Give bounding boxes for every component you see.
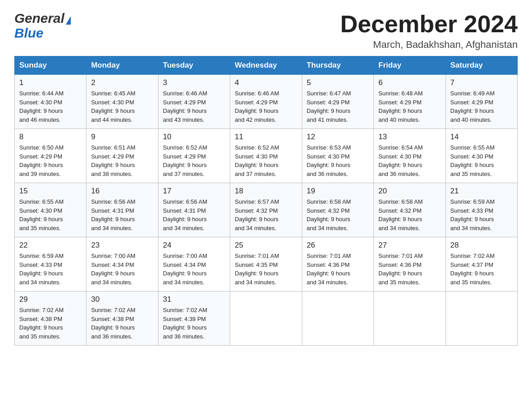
day-number: 6	[378, 78, 441, 87]
day-number: 7	[450, 78, 513, 87]
day-info: Sunrise: 7:01 AMSunset: 4:36 PMDaylight:…	[307, 252, 369, 287]
calendar-cell: 26Sunrise: 7:01 AMSunset: 4:36 PMDayligh…	[302, 237, 373, 291]
calendar-cell: 15Sunrise: 6:55 AMSunset: 4:30 PMDayligh…	[15, 183, 86, 237]
weekday-header-tuesday: Tuesday	[158, 56, 230, 75]
calendar-subtitle: March, Badakhshan, Afghanistan	[340, 39, 518, 51]
day-number: 14	[450, 133, 513, 141]
day-info: Sunrise: 6:57 AMSunset: 4:32 PMDaylight:…	[235, 197, 297, 232]
day-number: 27	[378, 241, 441, 250]
day-number: 2	[91, 78, 153, 87]
logo: General Blue	[14, 11, 71, 40]
calendar-week-5: 29Sunrise: 7:02 AMSunset: 4:38 PMDayligh…	[15, 291, 518, 346]
day-info: Sunrise: 6:48 AMSunset: 4:29 PMDaylight:…	[378, 89, 441, 124]
weekday-header-thursday: Thursday	[302, 56, 373, 75]
day-info: Sunrise: 6:50 AMSunset: 4:29 PMDaylight:…	[19, 143, 82, 178]
calendar-cell: 16Sunrise: 6:56 AMSunset: 4:31 PMDayligh…	[86, 183, 158, 237]
calendar-cell: 25Sunrise: 7:01 AMSunset: 4:35 PMDayligh…	[230, 237, 302, 291]
day-info: Sunrise: 7:00 AMSunset: 4:34 PMDaylight:…	[91, 252, 153, 287]
calendar-cell: 2Sunrise: 6:45 AMSunset: 4:30 PMDaylight…	[86, 75, 158, 129]
day-info: Sunrise: 7:00 AMSunset: 4:34 PMDaylight:…	[163, 252, 225, 287]
day-info: Sunrise: 6:56 AMSunset: 4:31 PMDaylight:…	[91, 197, 153, 232]
day-info: Sunrise: 6:59 AMSunset: 4:33 PMDaylight:…	[450, 197, 513, 232]
day-number: 17	[163, 187, 225, 196]
day-info: Sunrise: 6:46 AMSunset: 4:29 PMDaylight:…	[163, 89, 225, 124]
day-number: 18	[235, 187, 297, 196]
day-number: 29	[19, 295, 82, 304]
day-number: 9	[91, 133, 153, 141]
day-info: Sunrise: 6:52 AMSunset: 4:29 PMDaylight:…	[163, 143, 225, 178]
calendar-cell: 17Sunrise: 6:56 AMSunset: 4:31 PMDayligh…	[158, 183, 230, 237]
calendar-cell: 20Sunrise: 6:58 AMSunset: 4:32 PMDayligh…	[374, 183, 446, 237]
day-info: Sunrise: 6:56 AMSunset: 4:31 PMDaylight:…	[163, 197, 225, 232]
day-number: 5	[307, 78, 369, 87]
calendar-cell	[302, 291, 373, 346]
calendar-cell: 13Sunrise: 6:54 AMSunset: 4:30 PMDayligh…	[374, 129, 446, 183]
day-info: Sunrise: 6:53 AMSunset: 4:30 PMDaylight:…	[307, 143, 369, 178]
calendar-cell	[446, 291, 517, 346]
weekday-header-wednesday: Wednesday	[230, 56, 302, 75]
day-number: 19	[307, 187, 369, 196]
day-number: 10	[163, 133, 225, 141]
calendar-cell: 5Sunrise: 6:47 AMSunset: 4:29 PMDaylight…	[302, 75, 373, 129]
logo-block: General Blue	[14, 11, 71, 40]
calendar-cell: 18Sunrise: 6:57 AMSunset: 4:32 PMDayligh…	[230, 183, 302, 237]
day-info: Sunrise: 6:55 AMSunset: 4:30 PMDaylight:…	[19, 197, 82, 232]
logo-blue-text: Blue	[14, 26, 43, 40]
weekday-header-row: SundayMondayTuesdayWednesdayThursdayFrid…	[15, 56, 518, 75]
calendar-cell: 11Sunrise: 6:52 AMSunset: 4:30 PMDayligh…	[230, 129, 302, 183]
calendar-cell: 14Sunrise: 6:55 AMSunset: 4:30 PMDayligh…	[446, 129, 517, 183]
day-info: Sunrise: 6:55 AMSunset: 4:30 PMDaylight:…	[450, 143, 513, 178]
day-info: Sunrise: 6:51 AMSunset: 4:29 PMDaylight:…	[91, 143, 153, 178]
day-number: 4	[235, 78, 297, 87]
day-info: Sunrise: 6:52 AMSunset: 4:30 PMDaylight:…	[235, 143, 297, 178]
page-header: General Blue December 2024 March, Badakh…	[14, 11, 518, 51]
day-number: 12	[307, 133, 369, 141]
calendar-title: December 2024	[340, 11, 518, 37]
day-info: Sunrise: 6:54 AMSunset: 4:30 PMDaylight:…	[378, 143, 441, 178]
calendar-cell: 24Sunrise: 7:00 AMSunset: 4:34 PMDayligh…	[158, 237, 230, 291]
calendar-week-3: 15Sunrise: 6:55 AMSunset: 4:30 PMDayligh…	[15, 183, 518, 237]
day-info: Sunrise: 6:58 AMSunset: 4:32 PMDaylight:…	[378, 197, 441, 232]
day-number: 31	[163, 295, 225, 304]
calendar-cell: 30Sunrise: 7:02 AMSunset: 4:38 PMDayligh…	[86, 291, 158, 346]
calendar-cell	[230, 291, 302, 346]
day-number: 23	[91, 241, 153, 250]
day-number: 3	[163, 78, 225, 87]
calendar-cell	[374, 291, 446, 346]
calendar-cell: 27Sunrise: 7:01 AMSunset: 4:36 PMDayligh…	[374, 237, 446, 291]
day-info: Sunrise: 6:59 AMSunset: 4:33 PMDaylight:…	[19, 252, 82, 287]
calendar-cell: 10Sunrise: 6:52 AMSunset: 4:29 PMDayligh…	[158, 129, 230, 183]
calendar-cell: 21Sunrise: 6:59 AMSunset: 4:33 PMDayligh…	[446, 183, 517, 237]
day-info: Sunrise: 7:02 AMSunset: 4:39 PMDaylight:…	[163, 306, 225, 341]
calendar-cell: 3Sunrise: 6:46 AMSunset: 4:29 PMDaylight…	[158, 75, 230, 129]
day-number: 20	[378, 187, 441, 196]
weekday-header-sunday: Sunday	[15, 56, 86, 75]
day-number: 15	[19, 187, 82, 196]
weekday-header-friday: Friday	[374, 56, 446, 75]
calendar-table: SundayMondayTuesdayWednesdayThursdayFrid…	[14, 56, 518, 346]
day-info: Sunrise: 7:01 AMSunset: 4:35 PMDaylight:…	[235, 252, 297, 287]
weekday-header-saturday: Saturday	[446, 56, 517, 75]
day-number: 13	[378, 133, 441, 141]
day-info: Sunrise: 6:45 AMSunset: 4:30 PMDaylight:…	[91, 89, 153, 124]
day-number: 24	[163, 241, 225, 250]
calendar-week-2: 8Sunrise: 6:50 AMSunset: 4:29 PMDaylight…	[15, 129, 518, 183]
day-info: Sunrise: 6:44 AMSunset: 4:30 PMDaylight:…	[19, 89, 82, 124]
calendar-cell: 29Sunrise: 7:02 AMSunset: 4:38 PMDayligh…	[15, 291, 86, 346]
day-number: 28	[450, 241, 513, 250]
day-info: Sunrise: 6:49 AMSunset: 4:29 PMDaylight:…	[450, 89, 513, 124]
day-number: 8	[19, 133, 82, 141]
day-info: Sunrise: 7:01 AMSunset: 4:36 PMDaylight:…	[378, 252, 441, 287]
calendar-cell: 23Sunrise: 7:00 AMSunset: 4:34 PMDayligh…	[86, 237, 158, 291]
calendar-week-1: 1Sunrise: 6:44 AMSunset: 4:30 PMDaylight…	[15, 75, 518, 129]
day-number: 26	[307, 241, 369, 250]
calendar-cell: 22Sunrise: 6:59 AMSunset: 4:33 PMDayligh…	[15, 237, 86, 291]
calendar-cell: 19Sunrise: 6:58 AMSunset: 4:32 PMDayligh…	[302, 183, 373, 237]
calendar-cell: 12Sunrise: 6:53 AMSunset: 4:30 PMDayligh…	[302, 129, 373, 183]
calendar-cell: 6Sunrise: 6:48 AMSunset: 4:29 PMDaylight…	[374, 75, 446, 129]
calendar-cell: 28Sunrise: 7:02 AMSunset: 4:37 PMDayligh…	[446, 237, 517, 291]
day-info: Sunrise: 7:02 AMSunset: 4:38 PMDaylight:…	[91, 306, 153, 341]
day-number: 22	[19, 241, 82, 250]
day-info: Sunrise: 7:02 AMSunset: 4:38 PMDaylight:…	[19, 306, 82, 341]
calendar-cell: 31Sunrise: 7:02 AMSunset: 4:39 PMDayligh…	[158, 291, 230, 346]
